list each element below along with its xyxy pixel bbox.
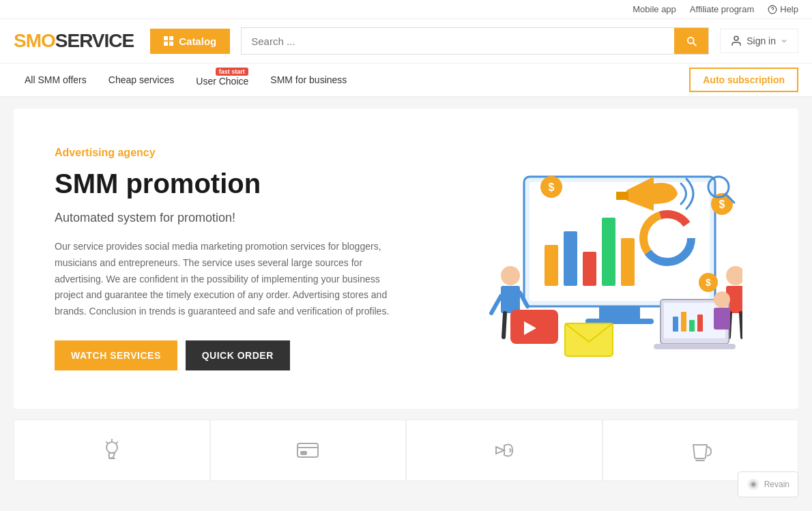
svg-rect-8: [564, 231, 577, 286]
nav-label-cheap-services: Cheap services: [108, 74, 175, 85]
svg-text:$: $: [706, 277, 711, 288]
logo[interactable]: SMOSERVICE: [14, 30, 134, 52]
svg-rect-26: [501, 286, 520, 313]
svg-point-25: [501, 266, 520, 285]
svg-rect-37: [510, 310, 558, 344]
svg-line-53: [106, 442, 108, 443]
help-link[interactable]: Help: [768, 4, 798, 14]
revain-badge: Revain: [738, 471, 798, 481]
hero-subtitle: Automated system for promotion!: [55, 211, 441, 225]
svg-rect-45: [689, 320, 695, 332]
watch-services-button[interactable]: WATCH SERVICES: [55, 340, 177, 370]
revain-label: Revain: [764, 480, 789, 481]
hero-tag: Advertising agency: [55, 147, 441, 159]
svg-point-59: [747, 479, 759, 481]
fast-start-badge: fast start: [216, 68, 248, 76]
nav-label-smm-business: SMM for business: [270, 74, 347, 85]
nav-item-user-choice[interactable]: fast start User Choice: [185, 63, 259, 96]
svg-line-27: [491, 296, 501, 313]
svg-rect-16: [616, 192, 628, 200]
hero-svg: $ $ $: [456, 149, 742, 368]
bottom-card-0: [14, 420, 210, 481]
svg-rect-56: [301, 452, 306, 454]
quick-order-button[interactable]: QUICK ORDER: [186, 340, 290, 370]
nav-item-all-smm[interactable]: All SMM offers: [14, 65, 98, 95]
hero-buttons: WATCH SERVICES QUICK ORDER: [55, 340, 441, 370]
hero-title: SMM promotion: [55, 167, 441, 200]
grid-icon: [164, 36, 173, 46]
help-label: Help: [780, 4, 798, 14]
bottom-card-1: [210, 420, 407, 481]
search-button[interactable]: [674, 28, 708, 54]
svg-point-31: [726, 266, 742, 285]
nav-item-cheap-services[interactable]: Cheap services: [98, 65, 186, 95]
svg-rect-9: [583, 252, 596, 286]
affiliate-program-link[interactable]: Affiliate program: [690, 4, 754, 14]
signin-label: Sign in: [746, 35, 776, 46]
svg-rect-7: [545, 245, 558, 286]
svg-line-29: [504, 313, 505, 337]
cup-icon: [686, 437, 714, 464]
svg-point-49: [106, 442, 117, 453]
auto-subscription-button[interactable]: Auto subscription: [689, 68, 798, 92]
nav-label-all-smm: All SMM offers: [25, 74, 87, 85]
svg-point-47: [714, 291, 730, 308]
svg-rect-42: [654, 344, 736, 349]
nav-label-user-choice: User Choice: [196, 76, 248, 87]
svg-rect-48: [714, 308, 730, 330]
search-icon: [685, 35, 697, 47]
chevron-down-icon: [780, 37, 788, 45]
navigation: All SMM offers Cheap services fast start…: [0, 63, 812, 98]
header: SMOSERVICE Catalog Sign in: [0, 19, 812, 63]
bulb-icon: [98, 437, 126, 464]
catalog-label: Catalog: [179, 35, 216, 47]
svg-rect-10: [602, 218, 615, 286]
affiliate-program-label: Affiliate program: [690, 4, 754, 14]
megaphone-icon: [491, 437, 518, 464]
auto-sub-label: Auto subscription: [703, 74, 785, 85]
svg-rect-5: [599, 306, 640, 320]
bottom-card-2: [406, 420, 603, 481]
svg-text:$: $: [719, 199, 725, 210]
hero-description: Our service provides social media market…: [55, 239, 396, 320]
svg-rect-43: [673, 317, 678, 332]
top-bar: Mobile app Affiliate program Help: [0, 0, 812, 19]
svg-rect-11: [621, 238, 635, 286]
signin-icon: [730, 35, 742, 47]
svg-rect-54: [298, 443, 318, 457]
hero-section: Advertising agency SMM promotion Automat…: [14, 108, 798, 409]
nav-item-smm-business[interactable]: SMM for business: [259, 65, 358, 95]
hero-illustration: $ $ $: [441, 149, 758, 368]
logo-text: SMOSERVICE: [14, 30, 134, 52]
bottom-cards: [14, 420, 798, 481]
mobile-app-label: Mobile app: [633, 4, 676, 14]
svg-marker-57: [496, 447, 504, 454]
svg-point-2: [734, 36, 738, 40]
svg-line-36: [741, 313, 742, 337]
svg-line-52: [116, 442, 117, 443]
svg-rect-46: [697, 315, 703, 332]
signin-button[interactable]: Sign in: [720, 29, 798, 53]
svg-text:$: $: [549, 181, 555, 193]
hero-content: Advertising agency SMM promotion Automat…: [55, 147, 441, 370]
search-wrapper: [241, 27, 709, 55]
catalog-button[interactable]: Catalog: [150, 29, 230, 54]
mobile-app-link[interactable]: Mobile app: [633, 4, 676, 14]
card-icon: [294, 437, 321, 464]
search-input[interactable]: [242, 29, 674, 54]
revain-icon: [746, 478, 760, 481]
svg-rect-44: [681, 312, 686, 332]
help-icon: [768, 5, 777, 14]
